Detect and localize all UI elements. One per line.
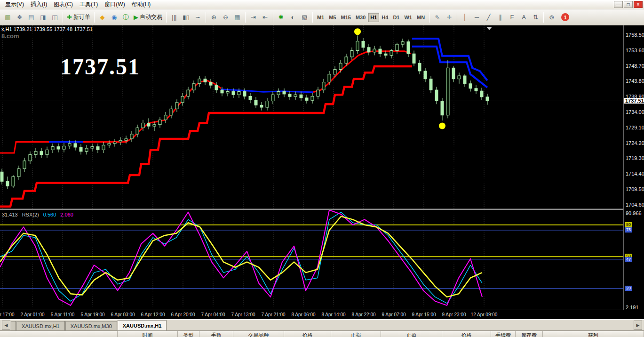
toolbar-separator <box>429 12 429 23</box>
toolbar-separator <box>245 12 246 23</box>
price-scale[interactable]: 1758.501753.601748.701743.801738.901734.… <box>623 25 644 310</box>
text-icon: A <box>522 14 526 20</box>
toolbar: ▥❖▤◨◫✚新订单◆◉ⓘ▶自动交易|||▮▯∼⊕⊖▦⇥⇤✱◐▧M1M5M15M3… <box>0 9 644 25</box>
autotrading-button[interactable]: ▶自动交易 <box>132 12 164 23</box>
auto-scroll-button[interactable]: ⇥ <box>248 12 259 23</box>
time-axis-label: 7 Apr 13:00 <box>231 312 255 317</box>
panel-divider[interactable] <box>0 209 644 210</box>
trendline-icon: ╱ <box>487 14 491 20</box>
search-button[interactable]: ⊚ <box>546 12 557 23</box>
text-button[interactable]: A <box>518 12 529 23</box>
horizontal-line-button[interactable]: ─ <box>471 12 482 23</box>
menu-item-2[interactable]: 图表(C) <box>50 0 76 9</box>
navigator-button[interactable]: ◫ <box>49 12 60 23</box>
time-axis-label: 8 Apr 22:00 <box>351 312 375 317</box>
indicator-max-label: 90.966 <box>626 210 642 216</box>
timeframe-mn-button[interactable]: MN <box>414 13 427 22</box>
terminal-column-1: 时间 <box>118 331 178 337</box>
toolbar-separator <box>312 12 313 23</box>
community-button[interactable]: ◉ <box>109 12 119 23</box>
autotrading-label: 自动交易 <box>140 13 162 21</box>
arrows-button[interactable]: ⇅ <box>530 12 541 23</box>
market-watch-button[interactable]: ▤ <box>26 12 37 23</box>
fibonacci-button[interactable]: F <box>507 12 517 23</box>
chart-tab[interactable]: H1 <box>11 321 16 330</box>
indicator-value-2: 2.060 <box>60 212 73 217</box>
timeframe-d1-button[interactable]: D1 <box>390 13 402 22</box>
indicators-icon: ✱ <box>278 14 284 20</box>
menu-item-1[interactable]: 插入(I) <box>27 0 50 9</box>
cursor-button[interactable]: ⇖ <box>432 12 443 23</box>
timeframe-m30-button[interactable]: M30 <box>353 13 368 22</box>
restore-button[interactable]: □ <box>624 1 633 8</box>
timeframe-w1-button[interactable]: W1 <box>402 13 414 22</box>
trend-line-segment <box>83 80 221 142</box>
new-order-button[interactable]: ✚新订单 <box>65 12 92 23</box>
templates-button[interactable]: ▧ <box>299 12 310 23</box>
timeframe-m1-button[interactable]: M1 <box>315 13 326 22</box>
close-button[interactable]: × <box>634 1 643 8</box>
toolbar-separator <box>166 12 167 23</box>
arrows-icon: ⇅ <box>533 14 538 20</box>
menu-item-0[interactable]: 显示(V) <box>2 0 27 9</box>
trendline-button[interactable]: ╱ <box>483 12 494 23</box>
timeframe-h1-button[interactable]: H1 <box>368 13 379 22</box>
vertical-line-button[interactable]: │ <box>460 12 470 23</box>
terminal-column-6: 止损 <box>331 331 381 337</box>
time-axis-label: 9 Apr 07:00 <box>382 312 405 317</box>
timeframe-m5-button[interactable]: M5 <box>326 13 338 22</box>
time-axis[interactable]: 1 Apr 17:002 Apr 01:005 Apr 11:005 Apr 1… <box>0 310 623 319</box>
new-chart-icon: ▥ <box>5 14 10 20</box>
profiles-button[interactable]: ❖ <box>14 12 25 23</box>
price-scale-label: 1758.50 <box>626 32 644 38</box>
chart-tabs-bar: ◀H1XAUUSD.mx,H1XAUUSD.mx,M30XAUUSD.mx,H1… <box>0 319 644 330</box>
templates-icon: ▧ <box>302 14 307 20</box>
minimize-button[interactable]: — <box>614 1 623 8</box>
chart-tab[interactable]: XAUUSD.mx,M30 <box>65 321 117 330</box>
crosshair-button[interactable]: ✛ <box>444 12 454 23</box>
chart-tab[interactable]: XAUUSD.mx,H1 <box>118 320 167 330</box>
chart-shift-button[interactable]: ⇤ <box>260 12 270 23</box>
line-chart-button[interactable]: ∼ <box>192 12 203 23</box>
fibonacci-icon: F <box>510 14 514 20</box>
blue-channel-line <box>412 39 487 80</box>
periods-button[interactable]: ◐ <box>287 12 298 23</box>
menu-item-4[interactable]: 窗口(W) <box>101 0 128 9</box>
menu-item-3[interactable]: 工具(T) <box>76 0 101 9</box>
profiles-icon: ❖ <box>17 14 23 20</box>
timeframe-m15-button[interactable]: M15 <box>338 13 353 22</box>
channel-button[interactable]: ∥ <box>495 12 506 23</box>
bar-chart-button[interactable]: ||| <box>169 12 180 23</box>
notification-badge[interactable]: 1 <box>561 13 569 21</box>
price-chart[interactable] <box>0 25 623 209</box>
data-window-button[interactable]: ◨ <box>38 12 48 23</box>
tabs-scroll-left-button[interactable]: ◀ <box>2 321 10 330</box>
chart-window: x,H1 1739.21 1739.55 1737.48 1737.51 8.c… <box>0 25 644 319</box>
tabs-strip: H1XAUUSD.mx,H1XAUUSD.mx,M30XAUUSD.mx,H1 <box>11 320 633 330</box>
indicator-chart[interactable] <box>0 210 623 310</box>
chart-tab[interactable]: XAUUSD.mx,H1 <box>16 321 65 330</box>
indicators-button[interactable]: ✱ <box>276 12 286 23</box>
signal-dot <box>354 28 361 35</box>
zoom-out-button[interactable]: ⊖ <box>220 12 231 23</box>
menu-items: 显示(V)插入(I)图表(C)工具(T)窗口(W)帮助(H) <box>2 0 154 9</box>
indicator-name: RSX(2) <box>22 212 39 217</box>
timeframe-h4-button[interactable]: H4 <box>379 13 390 22</box>
blue-channel-line <box>412 47 487 88</box>
big-price-label: 1737.51 <box>60 54 140 80</box>
menu-item-5[interactable]: 帮助(H) <box>128 0 154 9</box>
zoom-out-icon: ⊖ <box>223 14 228 20</box>
terminal-column-7: 止盈 <box>381 331 442 337</box>
channel-icon: ∥ <box>499 14 502 20</box>
autotrading-icon: ▶ <box>134 14 138 20</box>
candlestick-chart-button[interactable]: ▮▯ <box>181 12 191 23</box>
info-button[interactable]: ⓘ <box>120 12 131 23</box>
zoom-in-button[interactable]: ⊕ <box>208 12 219 23</box>
broker-watermark: 8.com <box>1 32 93 40</box>
metaeditor-button[interactable]: ◆ <box>97 12 108 23</box>
new-chart-button[interactable]: ▥ <box>2 12 13 23</box>
candlestick-chart-icon: ▮▯ <box>183 14 189 20</box>
tabs-scroll-right-button[interactable]: ▶ <box>634 321 642 330</box>
time-axis-label: 8 Apr 14:00 <box>321 312 345 317</box>
tile-windows-button[interactable]: ▦ <box>232 12 243 23</box>
